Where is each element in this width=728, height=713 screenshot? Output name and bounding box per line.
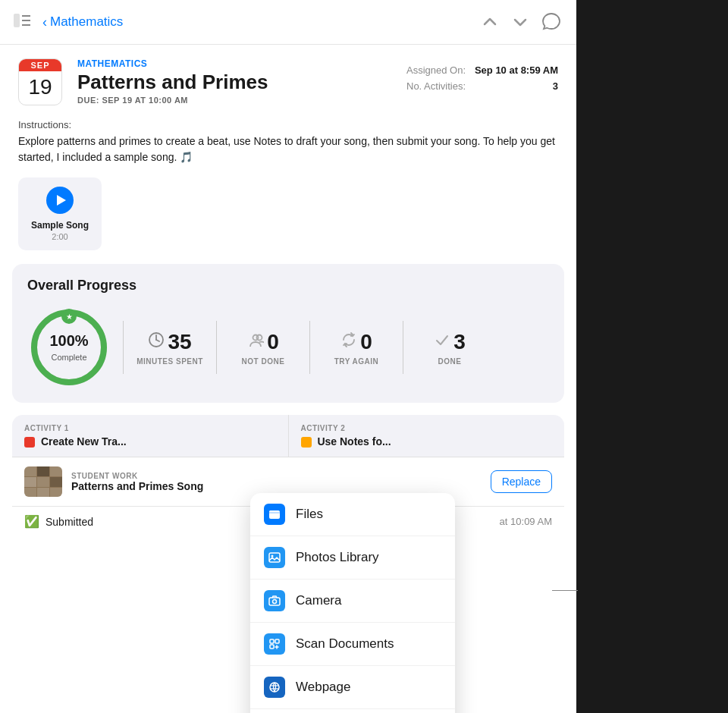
media-card-duration: 2:00	[52, 232, 67, 241]
stat-divider-3	[309, 321, 310, 374]
done-stat: 3 DONE	[416, 330, 484, 366]
try-again-stat: 0 TRY AGAIN	[322, 330, 391, 366]
not-done-icon-num: 0	[247, 330, 279, 354]
comment-button[interactable]	[540, 11, 563, 33]
right-panel	[576, 0, 728, 713]
calendar-month: SEP	[19, 59, 61, 71]
svg-rect-14	[269, 598, 280, 605]
activities-count-row: No. Activities: 3	[406, 80, 558, 92]
back-label: Mathematics	[50, 14, 123, 30]
assignment-meta: Assigned On: Sep 10 at 8:59 AM No. Activ…	[406, 58, 558, 105]
menu-item-scan[interactable]: Scan Documents	[250, 623, 455, 666]
assignment-info: MATHEMATICS Patterns and Primes DUE: SEP…	[77, 58, 391, 105]
stat-divider-1	[123, 321, 124, 374]
progress-title: Overall Progress	[27, 278, 549, 294]
try-again-label: TRY AGAIN	[334, 357, 379, 366]
files-label: Files	[296, 507, 323, 522]
not-done-value: 0	[267, 330, 279, 354]
student-work-thumbnail	[24, 466, 62, 497]
activity-1-icon	[24, 437, 35, 448]
scan-icon	[264, 633, 285, 655]
not-done-stat: 0 NOT DONE	[229, 330, 297, 366]
assignment-title: Patterns and Primes	[77, 71, 391, 94]
nav-down-button[interactable]	[510, 11, 531, 33]
activity-1-name: Create New Tra...	[24, 435, 276, 448]
connector-line	[552, 590, 578, 591]
activity-2-icon	[301, 437, 312, 448]
try-again-icon-num: 0	[340, 330, 372, 354]
assigned-on-value: Sep 10 at 8:59 AM	[475, 64, 558, 76]
student-work-label: STUDENT WORK	[71, 472, 482, 480]
minutes-value: 35	[168, 330, 191, 354]
instructions-label: Instructions:	[18, 119, 558, 130]
done-label: DONE	[438, 357, 462, 366]
nav-up-button[interactable]	[479, 11, 500, 33]
calendar-icon: SEP 19	[18, 58, 62, 105]
student-work-title: Patterns and Primes Song	[71, 480, 482, 492]
person-icon	[247, 331, 264, 352]
menu-item-webpage[interactable]: Webpage	[250, 666, 455, 709]
menu-item-files[interactable]: Files	[250, 493, 455, 536]
subject-label: MATHEMATICS	[77, 58, 391, 69]
instructions-section: Instructions: Explore patterns and prime…	[0, 113, 576, 174]
minutes-icon-num: 35	[148, 330, 191, 354]
svg-rect-0	[14, 14, 20, 27]
photos-icon	[264, 547, 285, 568]
play-triangle-icon	[57, 195, 66, 206]
minutes-label: MINUTES SPENT	[136, 357, 203, 366]
replace-button[interactable]: Replace	[491, 470, 552, 493]
calendar-day: 19	[19, 71, 61, 100]
activities-row: ACTIVITY 1 Create New Tra... ACTIVITY 2 …	[12, 415, 564, 457]
media-card-section: Sample Song 2:00	[0, 174, 576, 264]
sidebar-toggle-button[interactable]	[14, 14, 35, 30]
submitted-text: Submitted	[46, 516, 93, 528]
svg-point-19	[270, 683, 279, 692]
star-badge: ★	[61, 309, 77, 324]
back-button[interactable]: ‹ Mathematics	[42, 14, 123, 30]
menu-item-photos[interactable]: Photos Library	[250, 536, 455, 580]
svg-rect-16	[270, 639, 274, 643]
sample-song-card[interactable]: Sample Song 2:00	[18, 177, 102, 250]
done-value: 3	[453, 330, 466, 354]
activity-2-card[interactable]: ACTIVITY 2 Use Notes fo...	[289, 415, 565, 457]
files-icon	[264, 504, 285, 525]
nav-bar: ‹ Mathematics	[0, 0, 576, 45]
assignment-header: SEP 19 MATHEMATICS Patterns and Primes D…	[0, 45, 576, 113]
completion-label: Complete	[51, 353, 86, 362]
activity-1-label: ACTIVITY 1	[24, 424, 276, 432]
activity-1-card[interactable]: ACTIVITY 1 Create New Tra...	[12, 415, 289, 457]
svg-point-15	[273, 600, 277, 604]
webpage-icon	[264, 677, 285, 698]
media-card-title: Sample Song	[31, 220, 89, 231]
svg-rect-12	[269, 553, 280, 562]
submitted-time: at 10:09 AM	[500, 516, 552, 527]
play-button[interactable]	[46, 187, 74, 214]
circle-text: 100% Complete	[49, 332, 88, 363]
activity-2-name: Use Notes fo...	[301, 435, 553, 448]
instructions-text: Explore patterns and primes to create a …	[18, 133, 558, 165]
checkmark-icon	[434, 331, 450, 352]
camera-label: Camera	[296, 593, 341, 608]
progress-section: Overall Progress ★ 100% Complete	[12, 264, 564, 403]
progress-stats: ★ 100% Complete 35 MINUTES SPENT	[27, 306, 549, 389]
menu-item-bookmarks[interactable]: Bookmarks	[250, 709, 455, 713]
clock-icon	[148, 331, 165, 352]
scan-label: Scan Documents	[296, 636, 394, 652]
assigned-on-row: Assigned On: Sep 10 at 8:59 AM	[406, 64, 558, 76]
completion-circle: ★ 100% Complete	[27, 306, 111, 389]
try-again-value: 0	[360, 330, 372, 354]
activity-2-label: ACTIVITY 2	[301, 424, 553, 432]
not-done-label: NOT DONE	[242, 357, 285, 366]
stat-divider-2	[216, 321, 217, 374]
stat-divider-4	[403, 321, 403, 374]
svg-line-8	[156, 340, 159, 341]
back-chevron-icon: ‹	[42, 14, 47, 30]
photos-label: Photos Library	[296, 550, 379, 565]
activities-count-value: 3	[553, 80, 558, 92]
svg-point-10	[257, 335, 262, 341]
assigned-on-label: Assigned On:	[406, 64, 466, 76]
menu-item-camera[interactable]: Camera	[250, 580, 455, 623]
webpage-label: Webpage	[296, 680, 350, 695]
done-icon-num: 3	[434, 330, 466, 354]
camera-icon	[264, 590, 285, 611]
